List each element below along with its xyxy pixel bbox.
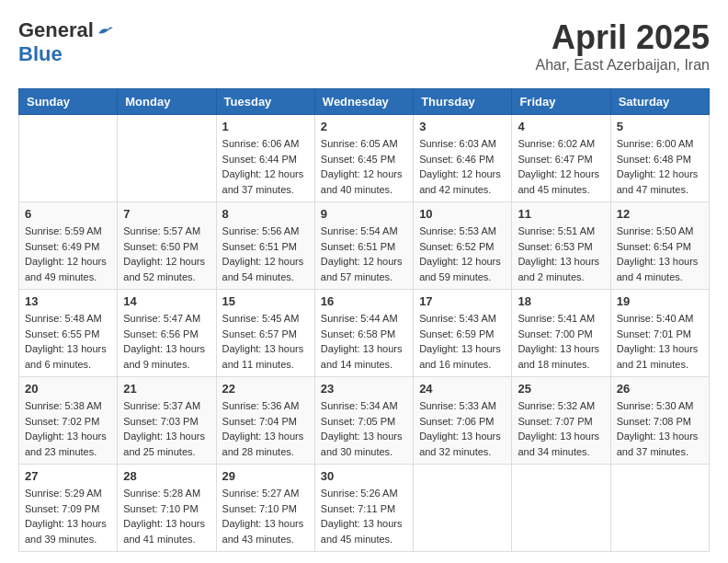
- day-number: 20: [25, 382, 111, 396]
- day-info-line: Daylight: 13 hours and 21 minutes.: [617, 343, 699, 370]
- day-info-line: Daylight: 12 hours and 49 minutes.: [25, 256, 107, 282]
- day-info-line: Sunset: 7:03 PM: [123, 416, 198, 427]
- day-info-line: Sunrise: 5:33 AM: [419, 400, 496, 411]
- day-info-line: Daylight: 13 hours and 32 minutes.: [419, 431, 501, 457]
- calendar-cell: 15Sunrise: 5:45 AMSunset: 6:57 PMDayligh…: [216, 290, 314, 377]
- day-info-line: Sunrise: 5:43 AM: [419, 313, 496, 324]
- day-info-line: Sunset: 7:06 PM: [419, 416, 494, 427]
- day-info-line: Sunrise: 5:41 AM: [518, 313, 595, 324]
- calendar-cell: 1Sunrise: 6:06 AMSunset: 6:44 PMDaylight…: [216, 115, 314, 202]
- day-number: 3: [419, 120, 506, 133]
- day-info-line: Sunrise: 5:56 AM: [222, 225, 300, 236]
- day-info-line: Sunrise: 5:54 AM: [321, 225, 398, 236]
- day-info: Sunrise: 5:32 AMSunset: 7:07 PMDaylight:…: [518, 398, 604, 459]
- day-info-line: Sunset: 7:04 PM: [222, 416, 297, 427]
- day-info-line: Sunset: 7:05 PM: [321, 416, 395, 427]
- day-info: Sunrise: 5:36 AMSunset: 7:04 PMDaylight:…: [222, 398, 309, 459]
- day-info-line: Sunrise: 5:26 AM: [321, 488, 398, 499]
- calendar-week-row: 13Sunrise: 5:48 AMSunset: 6:55 PMDayligh…: [19, 290, 710, 377]
- calendar-cell: 23Sunrise: 5:34 AMSunset: 7:05 PMDayligh…: [314, 377, 413, 465]
- day-number: 6: [25, 207, 111, 221]
- calendar-cell: 6Sunrise: 5:59 AMSunset: 6:49 PMDaylight…: [19, 202, 118, 290]
- day-info: Sunrise: 5:43 AMSunset: 6:59 PMDaylight:…: [419, 311, 506, 372]
- day-info-line: Daylight: 12 hours and 57 minutes.: [321, 256, 403, 282]
- day-info: Sunrise: 6:02 AMSunset: 6:47 PMDaylight:…: [518, 136, 604, 197]
- day-info-line: Sunrise: 5:57 AM: [123, 225, 200, 236]
- calendar-day-header: Tuesday: [216, 89, 314, 115]
- day-info: Sunrise: 6:00 AMSunset: 6:48 PMDaylight:…: [617, 136, 703, 197]
- day-info-line: Sunrise: 5:40 AM: [617, 313, 694, 324]
- day-info-line: Daylight: 13 hours and 4 minutes.: [617, 256, 699, 282]
- day-info: Sunrise: 6:06 AMSunset: 6:44 PMDaylight:…: [222, 136, 309, 197]
- day-info: Sunrise: 5:28 AMSunset: 7:10 PMDaylight:…: [123, 486, 210, 546]
- day-info-line: Daylight: 13 hours and 30 minutes.: [321, 431, 403, 457]
- day-info-line: Daylight: 13 hours and 23 minutes.: [25, 431, 107, 457]
- day-info: Sunrise: 5:59 AMSunset: 6:49 PMDaylight:…: [25, 224, 111, 284]
- day-info-line: Sunrise: 5:59 AM: [25, 225, 102, 236]
- day-info: Sunrise: 5:30 AMSunset: 7:08 PMDaylight:…: [617, 398, 703, 459]
- day-info-line: Daylight: 12 hours and 59 minutes.: [419, 256, 501, 282]
- day-info-line: Sunrise: 5:51 AM: [518, 225, 595, 236]
- day-info-line: Sunrise: 6:00 AM: [617, 138, 694, 149]
- day-info-line: Sunset: 7:10 PM: [222, 503, 297, 514]
- day-info: Sunrise: 6:05 AMSunset: 6:45 PMDaylight:…: [321, 136, 407, 197]
- day-number: 1: [222, 120, 309, 133]
- day-info-line: Sunset: 7:09 PM: [25, 503, 99, 514]
- day-info-line: Sunset: 6:48 PM: [617, 154, 691, 165]
- calendar-cell: 25Sunrise: 5:32 AMSunset: 7:07 PMDayligh…: [512, 377, 610, 465]
- day-info-line: Sunrise: 5:53 AM: [419, 225, 496, 236]
- day-info-line: Sunset: 6:58 PM: [321, 328, 395, 339]
- calendar-cell: 18Sunrise: 5:41 AMSunset: 7:00 PMDayligh…: [512, 290, 610, 377]
- day-info-line: Sunset: 6:46 PM: [419, 154, 494, 165]
- day-info-line: Sunset: 6:52 PM: [419, 241, 494, 252]
- day-info-line: Daylight: 12 hours and 45 minutes.: [518, 168, 599, 195]
- day-info-line: Daylight: 13 hours and 37 minutes.: [617, 431, 699, 457]
- day-number: 27: [25, 469, 111, 483]
- calendar-day-header: Friday: [512, 89, 610, 115]
- logo-blue-text: Blue: [18, 42, 63, 65]
- calendar-day-header: Saturday: [610, 89, 709, 115]
- day-info-line: Sunrise: 5:47 AM: [123, 313, 200, 324]
- day-info: Sunrise: 5:47 AMSunset: 6:56 PMDaylight:…: [123, 311, 210, 372]
- calendar-cell: 21Sunrise: 5:37 AMSunset: 7:03 PMDayligh…: [118, 377, 216, 465]
- day-number: 14: [123, 294, 210, 308]
- day-info-line: Daylight: 13 hours and 25 minutes.: [123, 431, 205, 457]
- calendar-cell: 4Sunrise: 6:02 AMSunset: 6:47 PMDaylight…: [512, 115, 610, 202]
- day-info: Sunrise: 5:27 AMSunset: 7:10 PMDaylight:…: [222, 486, 309, 546]
- calendar-cell: 29Sunrise: 5:27 AMSunset: 7:10 PMDayligh…: [216, 465, 314, 552]
- location-subtitle: Ahar, East Azerbaijan, Iran: [536, 57, 710, 74]
- day-info: Sunrise: 5:33 AMSunset: 7:06 PMDaylight:…: [419, 398, 506, 459]
- day-number: 10: [419, 207, 506, 221]
- day-info: Sunrise: 5:37 AMSunset: 7:03 PMDaylight:…: [123, 398, 210, 459]
- day-info-line: Sunrise: 5:38 AM: [25, 400, 102, 411]
- day-number: 15: [222, 294, 309, 308]
- day-number: 30: [321, 469, 407, 483]
- day-info-line: Sunset: 6:53 PM: [518, 241, 592, 252]
- calendar-cell: 14Sunrise: 5:47 AMSunset: 6:56 PMDayligh…: [118, 290, 216, 377]
- day-info-line: Sunset: 6:51 PM: [321, 241, 395, 252]
- day-number: 21: [123, 382, 210, 396]
- day-number: 9: [321, 207, 407, 221]
- day-info-line: Daylight: 12 hours and 52 minutes.: [123, 256, 205, 282]
- day-info: Sunrise: 5:26 AMSunset: 7:11 PMDaylight:…: [321, 486, 407, 546]
- day-info: Sunrise: 5:56 AMSunset: 6:51 PMDaylight:…: [222, 224, 309, 284]
- title-area: April 2025 Ahar, East Azerbaijan, Iran: [536, 18, 710, 74]
- day-info-line: Sunrise: 5:29 AM: [25, 488, 102, 499]
- calendar-week-row: 20Sunrise: 5:38 AMSunset: 7:02 PMDayligh…: [19, 377, 710, 465]
- day-info-line: Sunset: 6:56 PM: [123, 328, 198, 339]
- day-info-line: Sunrise: 5:28 AM: [123, 488, 200, 499]
- day-info: Sunrise: 5:57 AMSunset: 6:50 PMDaylight:…: [123, 224, 210, 284]
- day-info-line: Sunset: 7:11 PM: [321, 503, 395, 514]
- day-info-line: Sunrise: 6:03 AM: [419, 138, 496, 149]
- calendar-cell: 19Sunrise: 5:40 AMSunset: 7:01 PMDayligh…: [610, 290, 709, 377]
- day-info-line: Sunset: 7:00 PM: [518, 328, 592, 339]
- day-info-line: Sunset: 6:45 PM: [321, 154, 395, 165]
- calendar-cell: 30Sunrise: 5:26 AMSunset: 7:11 PMDayligh…: [314, 465, 413, 552]
- day-info-line: Daylight: 13 hours and 14 minutes.: [321, 343, 403, 370]
- calendar-cell: 8Sunrise: 5:56 AMSunset: 6:51 PMDaylight…: [216, 202, 314, 290]
- day-info-line: Daylight: 12 hours and 37 minutes.: [222, 168, 304, 195]
- day-info-line: Daylight: 12 hours and 40 minutes.: [321, 168, 403, 195]
- logo-bird-icon: [96, 21, 114, 40]
- day-info: Sunrise: 5:51 AMSunset: 6:53 PMDaylight:…: [518, 224, 604, 284]
- day-info-line: Sunrise: 5:48 AM: [25, 313, 102, 324]
